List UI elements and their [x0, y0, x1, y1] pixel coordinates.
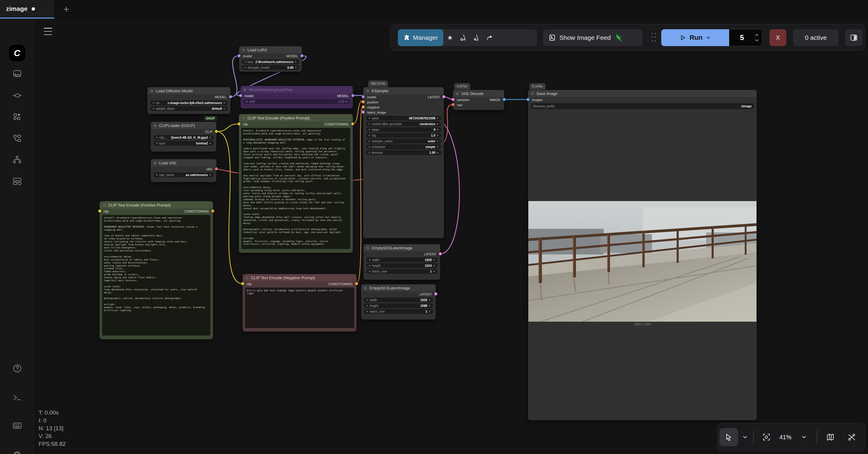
widget-arrow-right[interactable]: ▶: [429, 310, 431, 313]
widget-arrow-left[interactable]: ◀: [366, 310, 368, 313]
widget-arrow-right[interactable]: ▶: [210, 142, 211, 144]
model-library-icon[interactable]: [11, 111, 23, 123]
collapse-dot[interactable]: [154, 124, 156, 127]
widget-arrow-left[interactable]: ◀: [366, 304, 368, 307]
node-vae-decode[interactable]: VAE Decode samplesIMAGE vae: [453, 90, 504, 110]
widget-arrow-right[interactable]: ▶: [434, 270, 435, 273]
node-model-sampling-auraflow[interactable]: ModelSamplingAuraFlow modelMODEL ◀shift3…: [241, 86, 353, 109]
widget-arrow-right[interactable]: ▶: [224, 101, 225, 104]
toolbar-drag-handle[interactable]: [652, 33, 656, 42]
image-feed-group[interactable]: Show Image Feed 🦎: [543, 29, 643, 46]
settings-gear-icon[interactable]: ⚙: [11, 449, 23, 454]
widget-arrow-left[interactable]: ◀: [366, 299, 368, 301]
node-load-vae[interactable]: Load VAE VAE ◀vae_nameae.safetensors▶: [151, 159, 216, 182]
widget-arrow-left[interactable]: ◀: [244, 66, 246, 69]
widget-steps[interactable]: ◀steps9▶: [366, 127, 441, 132]
widget-arrow-right[interactable]: ▶: [434, 264, 435, 267]
collapse-dot[interactable]: [531, 92, 534, 95]
widget-vae-name[interactable]: ◀vae_nameae.safetensors▶: [153, 173, 214, 177]
widget-unet-name[interactable]: ◀un...z-image-turbo-fp8-e5m2.safetensors…: [150, 100, 228, 105]
node-save-image[interactable]: Save Image images filename_prefixzimage: [528, 90, 757, 420]
port-vae-input[interactable]: [452, 103, 455, 106]
widget-arrow-left[interactable]: ◀: [153, 101, 154, 104]
port-image-output[interactable]: [503, 98, 506, 101]
port-clip-input[interactable]: [241, 282, 244, 285]
widget-arrow-left[interactable]: ◀: [369, 270, 370, 273]
widget-arrow-left[interactable]: ◀: [368, 117, 370, 119]
widget-arrow-left[interactable]: ◀: [156, 136, 157, 139]
port-clip-input[interactable]: [98, 210, 101, 213]
widget-arrow-right[interactable]: ▶: [437, 151, 439, 154]
widget-arrow-right[interactable]: ▶: [346, 100, 348, 103]
widget-scheduler[interactable]: ◀schedulersimple▶: [366, 144, 441, 149]
select-tool-button[interactable]: [719, 428, 738, 446]
active-jobs-button[interactable]: 0 active: [793, 29, 838, 46]
node-ksampler[interactable]: KSampler modelLATENT positive negative l…: [363, 87, 444, 238]
port-positive-input[interactable]: [362, 100, 365, 103]
widget-weight-dtype[interactable]: ◀weight_dtypedefault▶: [150, 106, 228, 111]
port-model-input[interactable]: [362, 95, 365, 98]
prompt-textarea[interactable]: hshiArt, brushwork,layeredtextures,loose…: [102, 215, 210, 335]
tool-options-chevron-icon[interactable]: [743, 435, 747, 439]
widget-filename-prefix[interactable]: filename_prefixzimage: [531, 103, 754, 109]
widget-arrow-left[interactable]: ◀: [369, 259, 370, 261]
widget-arrow-right[interactable]: ▶: [429, 299, 431, 301]
port-negative-input[interactable]: [362, 105, 365, 109]
run-options-chevron-icon[interactable]: [706, 36, 710, 40]
widget-sampler-name[interactable]: ◀sampler_nameeuler▶: [366, 139, 441, 144]
clean-all-icon[interactable]: [470, 34, 483, 41]
widget-strength-model[interactable]: ◀strength_model0.80▶: [242, 65, 299, 70]
collapse-dot[interactable]: [366, 90, 369, 92]
widget-arrow-left[interactable]: ◀: [368, 140, 370, 142]
widget-batch-size[interactable]: ◀batch_size1▶: [366, 269, 438, 274]
port-images-input[interactable]: [527, 98, 530, 101]
widget-arrow-right[interactable]: ▶: [437, 146, 439, 148]
collapse-dot[interactable]: [150, 90, 153, 92]
port-model-input[interactable]: [239, 94, 242, 97]
node-empty-sd3-latent-2[interactable]: EmptySD3LatentImage LATENT ◀width1920▶ ◀…: [361, 284, 436, 320]
workflow-tab[interactable]: zimage: [0, 0, 54, 19]
collapse-dot[interactable]: [103, 204, 105, 207]
widget-cfg[interactable]: ◀cfg1.0▶: [366, 133, 441, 138]
share-icon[interactable]: [483, 34, 496, 41]
collapse-dot[interactable]: [456, 92, 459, 95]
widget-type[interactable]: ◀typelumina2▶: [153, 141, 214, 146]
widget-arrow-right[interactable]: ▶: [437, 123, 439, 125]
port-clip-output[interactable]: [215, 130, 218, 133]
node-clip-loader-gguf[interactable]: CLIPLoader (GGUF) CLIP ◀clip_...Qwen3-4B…: [151, 122, 216, 152]
port-conditioning-output[interactable]: [211, 210, 214, 213]
widget-arrow-left[interactable]: ◀: [246, 100, 247, 103]
nodes-library-icon[interactable]: [11, 90, 23, 101]
widget-arrow-right[interactable]: ▶: [437, 134, 439, 137]
widget-arrow-left[interactable]: ◀: [156, 174, 157, 176]
count-down-icon[interactable]: [755, 39, 759, 41]
terminal-icon[interactable]: [11, 392, 23, 404]
assets-icon[interactable]: [11, 67, 23, 80]
zoom-chevron-icon[interactable]: [802, 435, 806, 439]
clean-workflow-icon[interactable]: [457, 34, 470, 41]
widget-arrow-left[interactable]: ◀: [244, 61, 246, 63]
widget-arrow-right[interactable]: ▶: [437, 140, 439, 142]
widget-arrow-left[interactable]: ◀: [368, 151, 370, 154]
canvas-menu-hamburger-icon[interactable]: [44, 28, 52, 35]
comfyui-logo-button[interactable]: C: [9, 45, 25, 61]
node-clip-text-encode-positive-alt[interactable]: CLIP Text Encode (Positive Prompt) clipC…: [100, 201, 213, 339]
widget-arrow-right[interactable]: ▶: [224, 107, 225, 110]
collapse-dot[interactable]: [242, 117, 245, 119]
node-clip-text-encode-negative[interactable]: CLIP Text Encode (Negative Prompt) clipC…: [243, 274, 356, 332]
widget-arrow-right[interactable]: ▶: [437, 128, 439, 131]
port-clip-input[interactable]: [238, 122, 241, 125]
widget-arrow-left[interactable]: ◀: [369, 264, 370, 267]
collapse-dot[interactable]: [364, 287, 367, 290]
node-clip-text-encode-positive[interactable]: CLIP Text Encode (Positive Prompt) clipC…: [239, 114, 352, 253]
widget-clip-name[interactable]: ◀clip_...Qwen3-4B-Q4_K_M.gguf▶: [153, 135, 214, 140]
port-model-output[interactable]: [229, 95, 232, 98]
widget-width[interactable]: ◀width1920▶: [364, 298, 433, 302]
collapse-dot[interactable]: [367, 247, 369, 249]
new-workflow-tab-button[interactable]: +: [60, 3, 73, 16]
fit-view-button[interactable]: [760, 433, 773, 441]
count-up-icon[interactable]: [755, 34, 759, 36]
widget-arrow-right[interactable]: ▶: [296, 61, 297, 63]
widget-arrow-right[interactable]: ▶: [210, 136, 211, 139]
cancel-button[interactable]: X: [770, 29, 786, 46]
